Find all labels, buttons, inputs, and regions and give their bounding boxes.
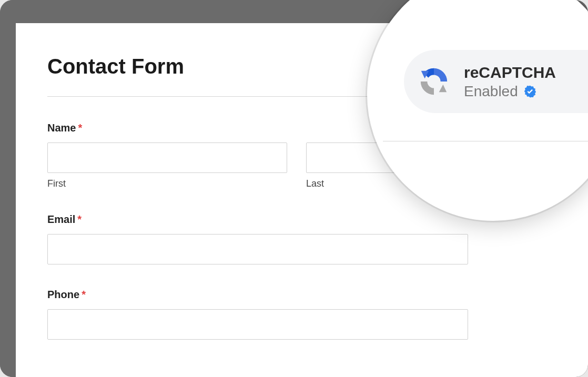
email-label-text: Email <box>47 213 75 225</box>
name-label: Name* <box>47 122 82 134</box>
phone-label-text: Phone <box>47 289 79 300</box>
recaptcha-status: Enabled <box>464 82 518 100</box>
first-name-input[interactable] <box>47 142 287 173</box>
recaptcha-icon <box>418 65 450 98</box>
name-label-text: Name <box>47 122 76 134</box>
screenshot-frame: Contact Form Name* First Last <box>0 0 588 377</box>
phone-field-group: Phone* <box>47 289 546 340</box>
email-label: Email* <box>47 213 82 226</box>
recaptcha-title: reCAPTCHA <box>464 63 556 83</box>
required-marker: * <box>77 213 82 225</box>
required-marker: * <box>78 122 82 134</box>
outer-chrome: Contact Form Name* First Last <box>0 0 588 377</box>
phone-label: Phone* <box>47 289 86 301</box>
verified-check-icon <box>523 85 537 98</box>
svg-marker-1 <box>439 85 447 93</box>
recaptcha-badge[interactable]: reCAPTCHA Enabled <box>404 50 588 113</box>
first-sublabel: First <box>47 178 287 189</box>
email-field-group: Email* <box>47 213 546 264</box>
magnifier-divider <box>383 141 588 141</box>
email-input[interactable] <box>47 234 468 264</box>
phone-input[interactable] <box>47 309 468 340</box>
required-marker: * <box>82 289 86 300</box>
